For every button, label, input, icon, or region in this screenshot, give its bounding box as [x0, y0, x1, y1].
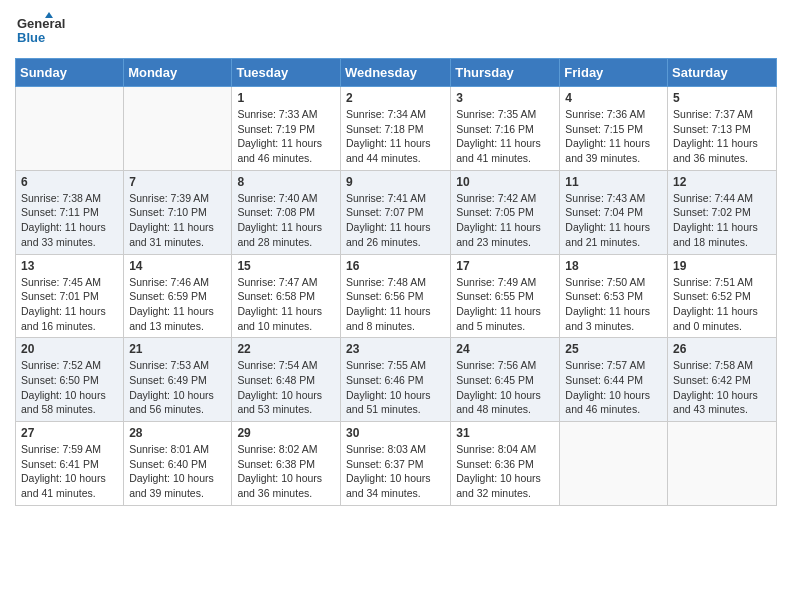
- calendar-cell: 9Sunrise: 7:41 AM Sunset: 7:07 PM Daylig…: [340, 170, 450, 254]
- day-number: 22: [237, 342, 335, 356]
- day-number: 18: [565, 259, 662, 273]
- calendar-cell: 18Sunrise: 7:50 AM Sunset: 6:53 PM Dayli…: [560, 254, 668, 338]
- day-number: 9: [346, 175, 445, 189]
- day-info: Sunrise: 8:03 AM Sunset: 6:37 PM Dayligh…: [346, 442, 445, 501]
- day-number: 11: [565, 175, 662, 189]
- calendar-cell: 28Sunrise: 8:01 AM Sunset: 6:40 PM Dayli…: [124, 422, 232, 506]
- calendar-cell: 31Sunrise: 8:04 AM Sunset: 6:36 PM Dayli…: [451, 422, 560, 506]
- logo-icon: General Blue: [15, 10, 95, 50]
- calendar-cell: 30Sunrise: 8:03 AM Sunset: 6:37 PM Dayli…: [340, 422, 450, 506]
- calendar-cell: 2Sunrise: 7:34 AM Sunset: 7:18 PM Daylig…: [340, 87, 450, 171]
- day-info: Sunrise: 8:01 AM Sunset: 6:40 PM Dayligh…: [129, 442, 226, 501]
- column-header-friday: Friday: [560, 59, 668, 87]
- day-number: 29: [237, 426, 335, 440]
- day-info: Sunrise: 7:38 AM Sunset: 7:11 PM Dayligh…: [21, 191, 118, 250]
- day-number: 8: [237, 175, 335, 189]
- calendar-cell: 17Sunrise: 7:49 AM Sunset: 6:55 PM Dayli…: [451, 254, 560, 338]
- calendar-week-row: 6Sunrise: 7:38 AM Sunset: 7:11 PM Daylig…: [16, 170, 777, 254]
- calendar-cell: 4Sunrise: 7:36 AM Sunset: 7:15 PM Daylig…: [560, 87, 668, 171]
- day-info: Sunrise: 8:02 AM Sunset: 6:38 PM Dayligh…: [237, 442, 335, 501]
- day-number: 15: [237, 259, 335, 273]
- day-info: Sunrise: 7:37 AM Sunset: 7:13 PM Dayligh…: [673, 107, 771, 166]
- calendar-cell: [16, 87, 124, 171]
- column-header-wednesday: Wednesday: [340, 59, 450, 87]
- calendar-week-row: 20Sunrise: 7:52 AM Sunset: 6:50 PM Dayli…: [16, 338, 777, 422]
- calendar-header-row: SundayMondayTuesdayWednesdayThursdayFrid…: [16, 59, 777, 87]
- day-info: Sunrise: 7:42 AM Sunset: 7:05 PM Dayligh…: [456, 191, 554, 250]
- day-number: 24: [456, 342, 554, 356]
- day-number: 17: [456, 259, 554, 273]
- day-number: 7: [129, 175, 226, 189]
- column-header-sunday: Sunday: [16, 59, 124, 87]
- day-info: Sunrise: 7:43 AM Sunset: 7:04 PM Dayligh…: [565, 191, 662, 250]
- day-info: Sunrise: 7:47 AM Sunset: 6:58 PM Dayligh…: [237, 275, 335, 334]
- calendar-cell: [124, 87, 232, 171]
- day-number: 26: [673, 342, 771, 356]
- day-number: 4: [565, 91, 662, 105]
- day-info: Sunrise: 7:59 AM Sunset: 6:41 PM Dayligh…: [21, 442, 118, 501]
- calendar-cell: 22Sunrise: 7:54 AM Sunset: 6:48 PM Dayli…: [232, 338, 341, 422]
- day-info: Sunrise: 7:33 AM Sunset: 7:19 PM Dayligh…: [237, 107, 335, 166]
- calendar-cell: 14Sunrise: 7:46 AM Sunset: 6:59 PM Dayli…: [124, 254, 232, 338]
- calendar-cell: 24Sunrise: 7:56 AM Sunset: 6:45 PM Dayli…: [451, 338, 560, 422]
- calendar-cell: 5Sunrise: 7:37 AM Sunset: 7:13 PM Daylig…: [668, 87, 777, 171]
- calendar-cell: 7Sunrise: 7:39 AM Sunset: 7:10 PM Daylig…: [124, 170, 232, 254]
- day-number: 12: [673, 175, 771, 189]
- day-info: Sunrise: 7:55 AM Sunset: 6:46 PM Dayligh…: [346, 358, 445, 417]
- calendar-cell: 25Sunrise: 7:57 AM Sunset: 6:44 PM Dayli…: [560, 338, 668, 422]
- day-info: Sunrise: 7:41 AM Sunset: 7:07 PM Dayligh…: [346, 191, 445, 250]
- day-number: 6: [21, 175, 118, 189]
- calendar-cell: 3Sunrise: 7:35 AM Sunset: 7:16 PM Daylig…: [451, 87, 560, 171]
- day-number: 1: [237, 91, 335, 105]
- day-info: Sunrise: 7:54 AM Sunset: 6:48 PM Dayligh…: [237, 358, 335, 417]
- calendar-week-row: 13Sunrise: 7:45 AM Sunset: 7:01 PM Dayli…: [16, 254, 777, 338]
- column-header-saturday: Saturday: [668, 59, 777, 87]
- day-info: Sunrise: 7:48 AM Sunset: 6:56 PM Dayligh…: [346, 275, 445, 334]
- day-info: Sunrise: 7:56 AM Sunset: 6:45 PM Dayligh…: [456, 358, 554, 417]
- calendar-week-row: 27Sunrise: 7:59 AM Sunset: 6:41 PM Dayli…: [16, 422, 777, 506]
- day-info: Sunrise: 7:57 AM Sunset: 6:44 PM Dayligh…: [565, 358, 662, 417]
- day-info: Sunrise: 7:44 AM Sunset: 7:02 PM Dayligh…: [673, 191, 771, 250]
- column-header-thursday: Thursday: [451, 59, 560, 87]
- day-number: 13: [21, 259, 118, 273]
- logo: General Blue: [15, 10, 95, 50]
- calendar-cell: 1Sunrise: 7:33 AM Sunset: 7:19 PM Daylig…: [232, 87, 341, 171]
- day-info: Sunrise: 7:50 AM Sunset: 6:53 PM Dayligh…: [565, 275, 662, 334]
- calendar-cell: 20Sunrise: 7:52 AM Sunset: 6:50 PM Dayli…: [16, 338, 124, 422]
- day-number: 30: [346, 426, 445, 440]
- calendar-cell: 19Sunrise: 7:51 AM Sunset: 6:52 PM Dayli…: [668, 254, 777, 338]
- calendar-cell: 16Sunrise: 7:48 AM Sunset: 6:56 PM Dayli…: [340, 254, 450, 338]
- column-header-tuesday: Tuesday: [232, 59, 341, 87]
- day-number: 27: [21, 426, 118, 440]
- day-info: Sunrise: 7:52 AM Sunset: 6:50 PM Dayligh…: [21, 358, 118, 417]
- calendar-cell: [560, 422, 668, 506]
- day-info: Sunrise: 7:51 AM Sunset: 6:52 PM Dayligh…: [673, 275, 771, 334]
- calendar-cell: 15Sunrise: 7:47 AM Sunset: 6:58 PM Dayli…: [232, 254, 341, 338]
- calendar-cell: 12Sunrise: 7:44 AM Sunset: 7:02 PM Dayli…: [668, 170, 777, 254]
- calendar-cell: 23Sunrise: 7:55 AM Sunset: 6:46 PM Dayli…: [340, 338, 450, 422]
- calendar-cell: 11Sunrise: 7:43 AM Sunset: 7:04 PM Dayli…: [560, 170, 668, 254]
- day-number: 28: [129, 426, 226, 440]
- day-info: Sunrise: 7:49 AM Sunset: 6:55 PM Dayligh…: [456, 275, 554, 334]
- svg-marker-2: [45, 12, 53, 18]
- day-number: 21: [129, 342, 226, 356]
- day-number: 16: [346, 259, 445, 273]
- calendar-cell: 6Sunrise: 7:38 AM Sunset: 7:11 PM Daylig…: [16, 170, 124, 254]
- day-info: Sunrise: 8:04 AM Sunset: 6:36 PM Dayligh…: [456, 442, 554, 501]
- day-number: 23: [346, 342, 445, 356]
- calendar-cell: 27Sunrise: 7:59 AM Sunset: 6:41 PM Dayli…: [16, 422, 124, 506]
- calendar-cell: 29Sunrise: 8:02 AM Sunset: 6:38 PM Dayli…: [232, 422, 341, 506]
- calendar-cell: 8Sunrise: 7:40 AM Sunset: 7:08 PM Daylig…: [232, 170, 341, 254]
- day-number: 5: [673, 91, 771, 105]
- day-number: 2: [346, 91, 445, 105]
- day-info: Sunrise: 7:39 AM Sunset: 7:10 PM Dayligh…: [129, 191, 226, 250]
- day-info: Sunrise: 7:58 AM Sunset: 6:42 PM Dayligh…: [673, 358, 771, 417]
- calendar-cell: 26Sunrise: 7:58 AM Sunset: 6:42 PM Dayli…: [668, 338, 777, 422]
- calendar-table: SundayMondayTuesdayWednesdayThursdayFrid…: [15, 58, 777, 506]
- day-info: Sunrise: 7:36 AM Sunset: 7:15 PM Dayligh…: [565, 107, 662, 166]
- day-number: 20: [21, 342, 118, 356]
- day-info: Sunrise: 7:35 AM Sunset: 7:16 PM Dayligh…: [456, 107, 554, 166]
- calendar-week-row: 1Sunrise: 7:33 AM Sunset: 7:19 PM Daylig…: [16, 87, 777, 171]
- day-info: Sunrise: 7:53 AM Sunset: 6:49 PM Dayligh…: [129, 358, 226, 417]
- day-number: 31: [456, 426, 554, 440]
